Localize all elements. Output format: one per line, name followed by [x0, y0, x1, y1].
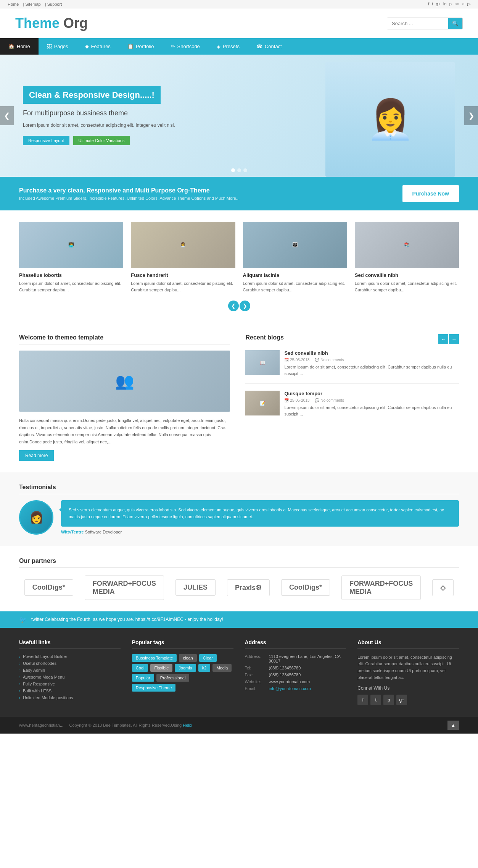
address-fax: (088) 123456789 [269, 672, 301, 677]
cards-next-button[interactable]: ❯ [240, 301, 250, 311]
footer-link-5[interactable]: Fully Responsive [19, 682, 121, 686]
sitemap-link[interactable]: Sitemap [25, 2, 40, 6]
blog-date-1: 📅 25-05-2013 [284, 358, 309, 362]
tag-flaxible[interactable]: Flaxible [150, 664, 172, 672]
social-facebook[interactable]: f [357, 695, 368, 705]
blog-meta-1: 📅 25-05-2013 💬 No comments [284, 358, 459, 362]
blog-excerpt-2: Lorem ipsum dolor sit amet, consectetur … [284, 404, 459, 417]
footer-link-4[interactable]: Awesome Mega Menu [19, 675, 121, 679]
card-3: 👨‍👩‍👧 Aliquam lacinia Lorem ipsum dolor … [243, 222, 347, 293]
card-title-4: Sed convallis nibh [355, 272, 459, 278]
blog-post-content-1: Sed convallis nibh 📅 25-05-2013 💬 No com… [284, 350, 459, 377]
nav-portfolio[interactable]: 📋 Portfolio [119, 38, 163, 55]
hero-next-button[interactable]: ❯ [464, 106, 478, 125]
pinterest-icon[interactable]: p [449, 2, 452, 6]
nav-contact[interactable]: ☎ Contact [248, 38, 290, 55]
read-more-button[interactable]: Read more [19, 450, 54, 461]
footer-link-3[interactable]: Easy Admin [19, 668, 121, 672]
tag-responsive[interactable]: Responsive Theme [132, 684, 176, 692]
blog-comments-2: 💬 No comments [315, 398, 344, 402]
search-bar: 🔍 [387, 18, 463, 29]
extra-icon2: ○ [462, 2, 465, 6]
testimonial-content: Sed viverra elementum augue, quis viverr… [61, 500, 459, 534]
helix-link[interactable]: Helix [183, 723, 192, 727]
social-pinterest[interactable]: p [383, 695, 394, 705]
social-twitter[interactable]: t [370, 695, 381, 705]
card-title-1: Phasellus lobortis [19, 272, 123, 278]
home-link[interactable]: Home [8, 2, 19, 6]
hero-dot-3[interactable] [243, 168, 247, 172]
tag-cool[interactable]: Cool [132, 664, 148, 672]
tag-clean[interactable]: clean [179, 654, 196, 662]
top-bar-links: Home | Sitemap | Support [8, 2, 65, 6]
facebook-icon[interactable]: f [428, 2, 429, 6]
blog-post-title-2: Quisque tempor [284, 391, 459, 396]
address-street-row: Address: 1110 evegreen Lane, Los Angeles… [245, 654, 346, 663]
card-text-3: Lorem ipsum dolor sit amet, consectetur … [243, 280, 347, 293]
tag-profeessional[interactable]: Profeessional [156, 674, 190, 682]
tag-popular[interactable]: Popular [132, 674, 154, 682]
social-icons: f t p g+ [357, 695, 459, 705]
linkedin-icon[interactable]: in [443, 2, 447, 6]
hero-dot-1[interactable] [231, 168, 235, 172]
hero-content: Clean & Responsive Design.....! For mult… [0, 71, 198, 160]
footer-link-7[interactable]: Unlimited Module positions [19, 695, 121, 700]
blog-comments-1: 💬 No comments [315, 358, 344, 362]
footer-tags-title: Popular tags [132, 639, 233, 649]
hero-prev-button[interactable]: ❮ [0, 106, 14, 125]
card-title-3: Aliquam lacinia [243, 272, 347, 278]
testimonial-avatar: 👩 [19, 500, 53, 535]
card-image-1: 👨‍💻 [19, 222, 123, 268]
card-4: 📚 Sed convallis nibh Lorem ipsum dolor s… [355, 222, 459, 293]
footer-link-1[interactable]: Powerful Layout Builder [19, 654, 121, 659]
hero-dot-2[interactable] [237, 168, 241, 172]
support-link[interactable]: Support [47, 2, 62, 6]
tag-bussiness[interactable]: Bussiness Template [132, 654, 177, 662]
social-gplus[interactable]: g+ [396, 695, 407, 705]
tag-joomla[interactable]: Joomla [175, 664, 196, 672]
address-label-website: Website: [245, 679, 266, 684]
card-2: 👩‍💼 Fusce hendrerit Lorem ipsum dolor si… [131, 222, 235, 293]
scroll-top-button[interactable]: ▲ [447, 721, 459, 730]
footer-link-2[interactable]: Useful shortcodes [19, 661, 121, 666]
site-header: Theme Org 🔍 [0, 8, 478, 38]
card-image-3: 👨‍👩‍👧 [243, 222, 347, 268]
search-button[interactable]: 🔍 [448, 18, 462, 29]
pages-nav-icon: 🖼 [47, 44, 52, 49]
tag-media[interactable]: Media [212, 664, 232, 672]
address-email: info@yourdomain.com [269, 686, 311, 691]
blog-next-button[interactable]: → [449, 334, 459, 344]
footer-col-about: About Us Lorem ipsum dolor sit amet, con… [357, 639, 459, 705]
purchase-now-button[interactable]: Purchase Now [402, 185, 459, 202]
hero-btn-color[interactable]: Ultimate Color Variations [73, 136, 130, 145]
tag-clear[interactable]: Clear [199, 654, 217, 662]
blog-prev-button[interactable]: ← [438, 334, 448, 344]
partners-section: Our partners CoolDigs* FORWARD+FOCUSMEDI… [0, 546, 478, 611]
address-email-row: Email: info@yourdomain.com [245, 686, 346, 691]
hero-person-image: 👩‍💼 [325, 62, 455, 177]
nav-pages[interactable]: 🖼 Pages [39, 38, 77, 55]
blog-post-title-1: Sed convallis nibh [284, 350, 459, 356]
address-fax-row: Fax: (088) 123456789 [245, 672, 346, 677]
hero-btn-responsive[interactable]: Responsive Layout [23, 136, 69, 145]
card-1: 👨‍💻 Phasellus lobortis Lorem ipsum dolor… [19, 222, 123, 293]
twitter-icon[interactable]: t [432, 2, 433, 6]
footer: Usefull links Powerful Layout Builder Us… [0, 628, 478, 717]
tag-k2[interactable]: k2 [198, 664, 211, 672]
top-bar: Home | Sitemap | Support f t g+ in p ○○ … [0, 0, 478, 8]
blog-date-2: 📅 25-05-2013 [284, 398, 309, 402]
nav-features[interactable]: ◆ Features [77, 38, 119, 55]
cards-grid: 👨‍💻 Phasellus lobortis Lorem ipsum dolor… [19, 222, 459, 293]
email-link[interactable]: info@yourdomain.com [269, 686, 311, 691]
nav-home[interactable]: 🏠 Home [0, 38, 39, 55]
welcome-column: Welcome to themeo template 👥 Nulla conse… [19, 334, 230, 461]
card-text-2: Lorem ipsum dolor sit amet, consectetur … [131, 280, 235, 293]
nav-shortcode[interactable]: ✏ Shortcode [163, 38, 208, 55]
logo-theme: Theme [15, 15, 60, 31]
nav-presets[interactable]: ◈ Presets [208, 38, 248, 55]
cards-navigation: ❮ ❯ [19, 301, 459, 311]
search-input[interactable] [387, 18, 448, 29]
gplus-icon[interactable]: g+ [436, 2, 441, 6]
cards-prev-button[interactable]: ❮ [228, 301, 239, 311]
footer-link-6[interactable]: Built with LESS [19, 689, 121, 693]
